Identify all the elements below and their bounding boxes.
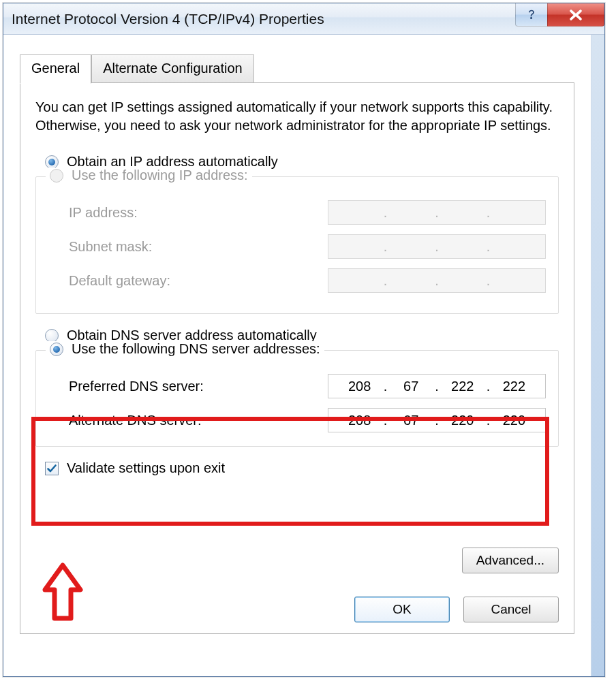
preferred-dns-input[interactable]: 208. 67. 222. 222 (328, 374, 546, 398)
annotation-arrow-icon (41, 563, 84, 628)
checkbox-label: Validate settings upon exit (67, 460, 225, 476)
ip-address-input: . . . (328, 200, 546, 225)
help-icon (525, 8, 538, 22)
advanced-button[interactable]: Advanced... (462, 548, 559, 573)
radio-icon (45, 155, 59, 169)
preferred-dns-label: Preferred DNS server: (69, 379, 204, 394)
dialog-window: Internet Protocol Version 4 (TCP/IPv4) P… (3, 3, 605, 677)
window-right-border (591, 35, 604, 676)
checkbox-icon (45, 462, 59, 475)
window-title: Internet Protocol Version 4 (TCP/IPv4) P… (12, 11, 324, 27)
dialog-footer-buttons: OK Cancel (354, 597, 559, 622)
group-dns-manual: Use the following DNS server addresses: … (35, 350, 559, 447)
tab-panel-general: You can get IP settings assigned automat… (20, 82, 574, 634)
intro-text: You can get IP settings assigned automat… (35, 98, 559, 135)
gateway-input: . . . (328, 268, 546, 293)
tab-alternate[interactable]: Alternate Configuration (91, 54, 254, 84)
tab-strip: GeneralAlternate Configuration (20, 54, 574, 82)
subnet-input: . . . (328, 234, 546, 259)
radio-ip-manual[interactable] (50, 169, 63, 183)
cancel-button[interactable]: Cancel (463, 597, 559, 622)
client-area: GeneralAlternate Configuration You can g… (3, 35, 591, 676)
radio-label: Use the following DNS server addresses: (72, 341, 320, 357)
group-ip-manual: Use the following IP address: IP address… (35, 176, 559, 314)
subnet-label: Subnet mask: (69, 239, 152, 255)
help-button[interactable] (515, 3, 548, 27)
alternate-dns-label: Alternate DNS server: (69, 413, 202, 428)
validate-on-exit-checkbox[interactable]: Validate settings upon exit (45, 460, 559, 476)
radio-icon (45, 329, 59, 343)
close-icon (568, 9, 584, 21)
tab-general[interactable]: General (20, 54, 91, 84)
gateway-label: Default gateway: (69, 273, 170, 289)
alternate-dns-input[interactable]: 208. 67. 220. 220 (328, 408, 546, 432)
radio-label: Use the following IP address: (72, 168, 248, 183)
ok-button[interactable]: OK (354, 597, 450, 622)
title-bar: Internet Protocol Version 4 (TCP/IPv4) P… (3, 3, 604, 35)
close-button[interactable] (547, 3, 604, 27)
radio-dns-manual[interactable] (50, 343, 63, 356)
ip-address-label: IP address: (69, 205, 138, 221)
title-bar-buttons (515, 3, 604, 27)
